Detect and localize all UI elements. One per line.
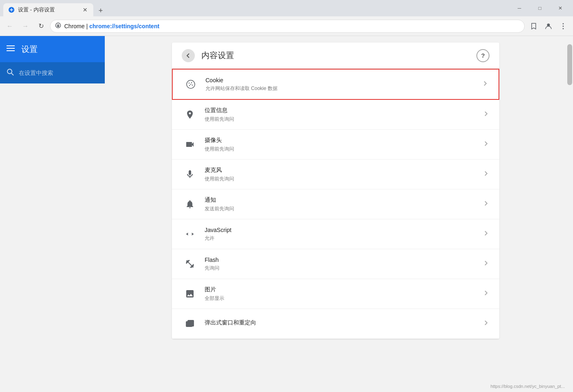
svg-point-10 xyxy=(7,69,12,74)
item-arrow-notification xyxy=(482,200,490,209)
hamburger-icon[interactable] xyxy=(7,44,15,54)
svg-point-15 xyxy=(192,85,193,86)
sidebar-search xyxy=(0,62,105,83)
content-area: 设置 内容设置 ? xyxy=(0,36,573,392)
item-text-cookie: Cookie 允许网站保存和读取 Cookie 数据 xyxy=(205,77,481,92)
address-origin: Chrome | xyxy=(64,23,89,29)
panel-header-left: 内容设置 xyxy=(182,49,234,62)
item-text-images: 图片 全部显示 xyxy=(205,286,482,302)
item-subtitle-cookie: 允许网站保存和读取 Cookie 数据 xyxy=(205,85,481,92)
minimize-button[interactable]: ─ xyxy=(510,2,529,15)
item-title-images: 图片 xyxy=(205,286,482,293)
item-subtitle-notification: 发送前先询问 xyxy=(205,205,482,212)
item-arrow-javascript xyxy=(482,230,490,239)
settings-item-microphone[interactable]: 麦克风 使用前先询问 xyxy=(172,160,499,189)
javascript-icon xyxy=(182,226,198,242)
scrollbar-track[interactable] xyxy=(566,36,573,392)
item-subtitle-location: 使用前先询问 xyxy=(205,116,482,123)
settings-item-cookie[interactable]: Cookie 允许网站保存和读取 Cookie 数据 xyxy=(172,69,499,100)
search-input[interactable] xyxy=(19,70,98,76)
panel-header: 内容设置 ? xyxy=(172,43,499,69)
nav-bar: ← → ↻ Chrome | chrome://settings/content xyxy=(0,16,573,36)
item-text-popup: 弹出式窗口和重定向 xyxy=(205,319,482,328)
new-tab-button[interactable]: + xyxy=(95,5,106,16)
help-button[interactable]: ? xyxy=(476,49,490,62)
bookmark-button[interactable] xyxy=(527,20,540,33)
scrollbar-thumb[interactable] xyxy=(567,44,572,85)
settings-list: Cookie 允许网站保存和读取 Cookie 数据 位置信息 使用前先询问 xyxy=(172,69,499,339)
item-arrow-location xyxy=(482,110,490,119)
item-arrow-images xyxy=(482,289,490,299)
settings-item-popup[interactable]: 弹出式窗口和重定向 xyxy=(172,309,499,339)
maximize-button[interactable]: □ xyxy=(530,2,549,15)
settings-item-camera[interactable]: 摄像头 使用前先询问 xyxy=(172,130,499,160)
item-subtitle-camera: 使用前先询问 xyxy=(205,146,482,153)
svg-point-14 xyxy=(191,82,192,83)
active-tab[interactable]: 设置 - 内容设置 ✕ xyxy=(3,3,93,16)
item-text-flash: Flash 先询问 xyxy=(205,257,482,272)
watermark: https://blog.csdn.net/yc_binyuan_pt... xyxy=(490,384,565,389)
item-subtitle-flash: 先询问 xyxy=(205,265,482,272)
address-url: chrome://settings/content xyxy=(89,23,159,29)
item-text-notification: 通知 发送前先询问 xyxy=(205,196,482,212)
svg-rect-2 xyxy=(57,25,59,27)
item-title-popup: 弹出式窗口和重定向 xyxy=(205,319,482,327)
settings-item-javascript[interactable]: JavaScript 允许 xyxy=(172,219,499,249)
svg-line-11 xyxy=(11,73,14,75)
svg-point-16 xyxy=(189,85,190,86)
item-title-notification: 通知 xyxy=(205,196,482,204)
back-button[interactable]: ← xyxy=(3,20,16,33)
item-title-flash: Flash xyxy=(205,257,482,263)
main-content: 内容设置 ? Cookie 允许网站保存和读取 Cookie 数据 xyxy=(105,36,566,392)
microphone-icon xyxy=(182,166,198,182)
svg-point-6 xyxy=(563,28,564,29)
browser-frame: 设置 - 内容设置 ✕ + ─ □ ✕ ← → ↻ Chrome | chrom… xyxy=(0,0,573,392)
item-subtitle-images: 全部显示 xyxy=(205,295,482,302)
cookie-icon xyxy=(183,76,199,92)
settings-item-flash[interactable]: Flash 先询问 xyxy=(172,249,499,279)
flash-icon xyxy=(182,256,198,272)
menu-button[interactable] xyxy=(557,20,570,33)
tab-label: 设置 - 内容设置 xyxy=(18,6,79,14)
search-icon xyxy=(7,68,14,78)
address-bar[interactable]: Chrome | chrome://settings/content xyxy=(50,20,525,33)
item-title-microphone: 麦克风 xyxy=(205,167,482,174)
nav-right-buttons xyxy=(527,20,570,33)
svg-rect-9 xyxy=(7,50,15,51)
notification-icon xyxy=(182,196,198,212)
svg-point-5 xyxy=(563,25,564,27)
item-arrow-flash xyxy=(482,259,490,269)
item-text-camera: 摄像头 使用前先询问 xyxy=(205,137,482,153)
settings-item-notification[interactable]: 通知 发送前先询问 xyxy=(172,189,499,219)
item-arrow-microphone xyxy=(482,170,490,179)
sidebar-header: 设置 xyxy=(0,36,105,62)
settings-item-location[interactable]: 位置信息 使用前先询问 xyxy=(172,100,499,130)
close-button[interactable]: ✕ xyxy=(551,2,570,15)
item-title-camera: 摄像头 xyxy=(205,137,482,144)
refresh-button[interactable]: ↻ xyxy=(34,20,47,33)
panel-title: 内容设置 xyxy=(201,50,234,61)
svg-rect-8 xyxy=(7,48,15,49)
security-icon xyxy=(55,23,61,29)
address-text: Chrome | chrome://settings/content xyxy=(64,23,519,29)
item-arrow-cookie xyxy=(481,80,489,89)
item-text-microphone: 麦克风 使用前先询问 xyxy=(205,167,482,182)
tab-bar: 设置 - 内容设置 ✕ + xyxy=(3,0,510,16)
item-subtitle-microphone: 使用前先询问 xyxy=(205,176,482,182)
item-text-location: 位置信息 使用前先询问 xyxy=(205,107,482,123)
tab-close-button[interactable]: ✕ xyxy=(82,7,88,13)
back-button[interactable] xyxy=(182,49,195,62)
account-button[interactable] xyxy=(542,20,555,33)
window-controls: ─ □ ✕ xyxy=(510,2,570,15)
sidebar: 设置 xyxy=(0,36,105,392)
sidebar-title: 设置 xyxy=(21,44,38,55)
forward-button[interactable]: → xyxy=(19,20,32,33)
item-text-javascript: JavaScript 允许 xyxy=(205,227,482,242)
svg-point-17 xyxy=(190,84,191,85)
camera-icon xyxy=(182,136,198,153)
settings-panel: 内容设置 ? Cookie 允许网站保存和读取 Cookie 数据 xyxy=(172,43,499,339)
settings-item-images[interactable]: 图片 全部显示 xyxy=(172,279,499,309)
tab-favicon xyxy=(8,7,15,13)
item-subtitle-javascript: 允许 xyxy=(205,235,482,242)
item-arrow-popup xyxy=(482,319,490,329)
